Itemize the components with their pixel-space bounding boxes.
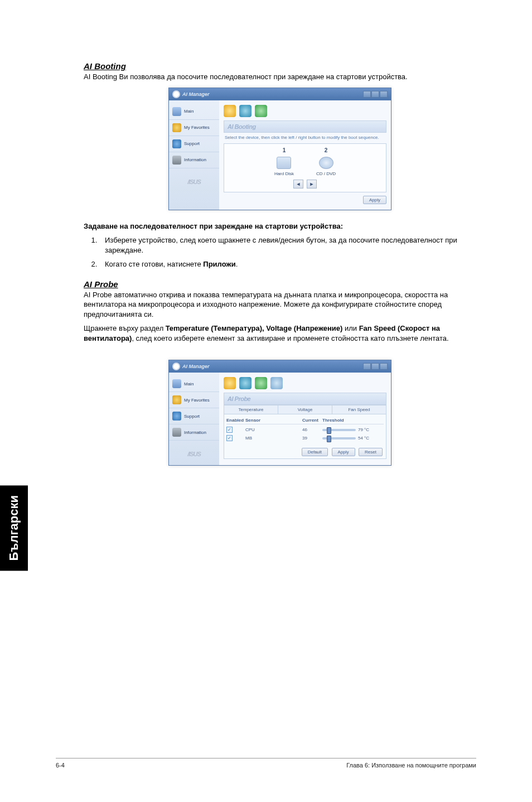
default-button[interactable]: Default	[302, 448, 328, 456]
ai-probe-screenshot: AI Manager Main My Favorites Support Inf…	[168, 360, 391, 466]
tab-fan-speed[interactable]: Fan Speed	[332, 405, 386, 414]
maximize-icon[interactable]	[371, 91, 379, 98]
toolbar-icon-4[interactable]	[270, 377, 283, 389]
move-left-button[interactable]: ◄	[293, 180, 303, 189]
enable-checkbox[interactable]: ✓	[226, 427, 233, 433]
page-number: 6-4	[56, 762, 65, 769]
info-icon	[172, 428, 181, 437]
tab-temperature[interactable]: Temperature	[224, 405, 278, 414]
minimize-icon[interactable]	[363, 363, 371, 370]
folder-icon	[172, 379, 181, 388]
page-footer: 6-4 Глава 6: Използване на помощните про…	[56, 758, 476, 769]
panel-title: AI Booting	[224, 120, 386, 133]
app-icon	[172, 363, 180, 370]
boot-step-2: Когато сте готови, натиснете Приложи.	[99, 259, 476, 269]
move-right-button[interactable]: ►	[307, 180, 317, 189]
col-threshold: Threshold	[322, 418, 384, 423]
language-side-tab: Български	[0, 485, 28, 571]
col-sensor: Sensor	[245, 418, 279, 423]
apply-button[interactable]: Apply	[363, 196, 386, 204]
boot-order-number: 2	[316, 147, 336, 153]
boot-step-1: Изберете устройство, след което щракнете…	[99, 235, 476, 255]
app-title: AI Manager	[182, 364, 210, 369]
sensor-current-value: 39	[302, 436, 322, 441]
ai-booting-screenshot: AI Manager Main My Favorites Support Inf…	[168, 88, 391, 210]
sidebar-item-information[interactable]: Information	[169, 152, 219, 168]
probe-data-grid: Enabled Sensor Current Threshold ✓ CPU 4…	[224, 414, 386, 459]
threshold-value: 54 °C	[358, 436, 369, 441]
apply-button[interactable]: Apply	[332, 448, 355, 456]
threshold-slider[interactable]	[322, 429, 356, 431]
reset-button[interactable]: Reset	[359, 448, 383, 456]
folder-icon	[172, 107, 181, 116]
sidebar-label: Main	[184, 381, 194, 386]
sidebar-label: Information	[184, 157, 206, 162]
sidebar-label: My Favorites	[184, 125, 210, 130]
sidebar-label: Information	[184, 430, 206, 435]
main-panel: AI Booting Select the device, then click…	[219, 100, 391, 210]
toolbar-icon-1[interactable]	[224, 105, 236, 117]
instr-mid: или	[342, 324, 359, 332]
col-current: Current	[302, 418, 322, 423]
cd-dvd-icon	[319, 157, 333, 169]
sidebar-label: Support	[184, 414, 200, 419]
brand-logo: /ISUS	[169, 168, 219, 190]
step-2-pre: Когато сте готови, натиснете	[105, 260, 203, 268]
sidebar-item-main[interactable]: Main	[169, 104, 219, 120]
sensor-current-value: 46	[302, 427, 322, 432]
col-enabled: Enabled	[226, 418, 245, 423]
instr-post: , след което изберете елемент за активир…	[132, 334, 448, 342]
sensor-name: MB	[245, 436, 279, 441]
minimize-icon[interactable]	[363, 91, 371, 98]
enable-checkbox[interactable]: ✓	[226, 435, 233, 441]
ai-booting-heading: AI Booting	[84, 61, 476, 71]
close-icon[interactable]	[380, 91, 388, 98]
maximize-icon[interactable]	[371, 363, 379, 370]
ai-probe-instructions: Щракнете върху раздел Temperature (Темпе…	[84, 323, 476, 343]
panel-description: Select the device, then click the left /…	[224, 133, 386, 143]
sidebar: Main My Favorites Support Information /I…	[169, 100, 219, 210]
step-2-bold: Приложи	[203, 260, 235, 268]
sidebar-item-support[interactable]: Support	[169, 136, 219, 152]
toolbar-icon-2[interactable]	[239, 377, 252, 389]
sidebar-item-information[interactable]: Information	[169, 424, 219, 441]
sidebar-label: My Favorites	[184, 398, 210, 403]
tab-voltage[interactable]: Voltage	[278, 405, 332, 414]
hard-disk-icon	[277, 157, 291, 169]
close-icon[interactable]	[380, 363, 388, 370]
sensor-row-cpu: ✓ CPU 46 79 °C	[226, 426, 384, 434]
window-titlebar: AI Manager	[169, 88, 391, 100]
sidebar-item-favorites[interactable]: My Favorites	[169, 392, 219, 408]
boot-sequence-area: 1 Hard Disk 2 CD / DVD ◄ ►	[224, 143, 386, 192]
brand-logo: /ISUS	[169, 441, 219, 462]
boot-order-number: 1	[274, 147, 294, 153]
toolbar-icon-3[interactable]	[255, 105, 267, 117]
boot-device-label: Hard Disk	[274, 171, 294, 176]
sensor-row-mb: ✓ MB 39 54 °C	[226, 434, 384, 442]
info-icon	[172, 156, 181, 165]
threshold-value: 79 °C	[358, 427, 369, 432]
toolbar-icon-1[interactable]	[224, 377, 236, 389]
page-content: AI Booting AI Booting Ви позволява да по…	[0, 0, 532, 510]
toolbar-icon-3[interactable]	[255, 377, 267, 389]
support-icon	[172, 412, 181, 421]
main-panel: AI Probe Temperature Voltage Fan Speed E…	[219, 373, 391, 465]
toolbar-icon-2[interactable]	[239, 105, 252, 117]
probe-tabs: Temperature Voltage Fan Speed	[224, 405, 386, 414]
window-titlebar: AI Manager	[169, 360, 391, 373]
step-2-post: .	[236, 260, 238, 268]
sidebar-item-support[interactable]: Support	[169, 408, 219, 424]
star-icon	[172, 395, 181, 404]
sensor-name: CPU	[245, 427, 279, 432]
boot-device-1[interactable]: 1 Hard Disk	[274, 147, 294, 176]
ai-booting-desc: AI Booting Ви позволява да посочите посл…	[84, 72, 476, 82]
sidebar-label: Main	[184, 109, 194, 114]
boot-steps-list: Изберете устройство, след което щракнете…	[99, 235, 476, 269]
sidebar-item-favorites[interactable]: My Favorites	[169, 120, 219, 136]
sidebar-item-main[interactable]: Main	[169, 376, 219, 392]
threshold-slider[interactable]	[322, 437, 356, 439]
boot-device-2[interactable]: 2 CD / DVD	[316, 147, 336, 176]
panel-title: AI Probe	[224, 393, 386, 405]
toolbar	[224, 376, 386, 393]
star-icon	[172, 123, 181, 132]
